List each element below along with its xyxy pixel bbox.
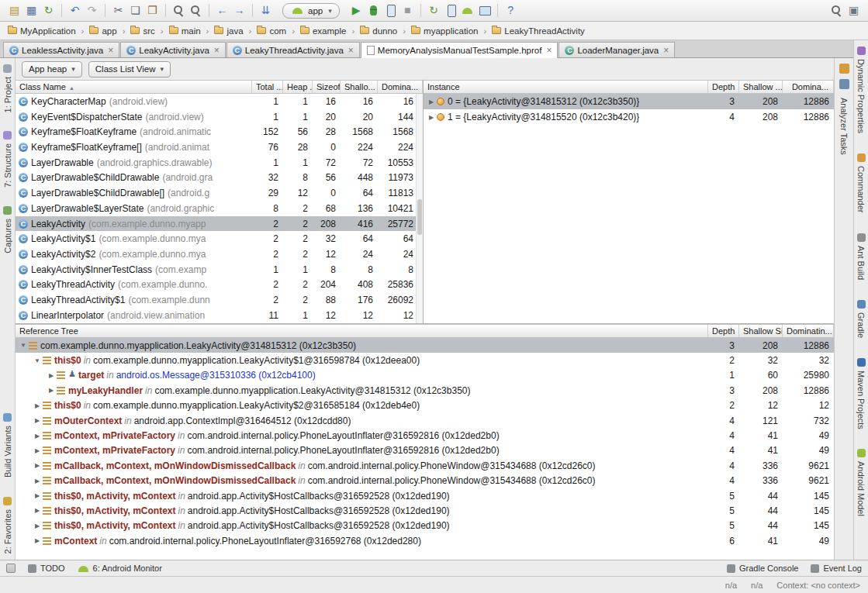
tree-row[interactable]: this$0, mActivity, mContextinandroid.app… [16,519,834,533]
editor-tab[interactable]: LeakyThreadActivity.java [227,42,360,57]
run-config-combo[interactable]: app [282,3,340,19]
copy-icon[interactable]: ❏ [127,3,144,18]
column-shallow[interactable]: Shallo... [341,81,378,93]
expander-icon[interactable] [33,402,42,409]
tree-row[interactable]: mCallback, mContext, mOnWindowDismissedC… [16,474,834,488]
expander-icon[interactable] [19,342,28,349]
attach-debugger-icon[interactable] [382,3,399,18]
instance-row[interactable]: 1 = {LeakyActivity@314815520 (0x12c3b420… [424,109,834,125]
expander-icon[interactable] [427,98,436,105]
class-row[interactable]: LeakyThreadActivity$1(com.example.dunn22… [16,292,423,308]
expander-icon[interactable] [33,433,42,440]
close-icon[interactable] [214,47,220,54]
debug-icon[interactable] [365,3,382,18]
breadcrumb-item[interactable]: LeakyThreadActivity [492,26,585,36]
expander-icon[interactable] [33,522,42,529]
expander-icon[interactable] [33,447,42,454]
avd-manager-icon[interactable] [443,3,459,18]
column-dominating[interactable]: Domina... [783,81,834,93]
expander-icon[interactable] [33,357,42,364]
expander-icon[interactable] [33,417,42,424]
gradle-sync-icon[interactable]: ↻ [426,3,442,18]
tool-window-button[interactable]: Dynamic Properties [856,47,866,133]
expander-icon[interactable] [33,478,42,484]
editor-tab[interactable]: LeakyActivity.java [120,42,226,57]
tool-window-button[interactable]: Commander [856,153,866,213]
column-dominating[interactable]: Domina... [378,81,423,93]
replace-icon[interactable] [188,3,204,18]
class-row[interactable]: Keyframe$FloatKeyframe(android.animatic1… [16,124,423,140]
tool-window-button[interactable]: Maven Projects [856,358,866,429]
open-icon[interactable]: ▤ [6,3,22,18]
class-row[interactable]: LayerDrawable$LayerState(android.graphic… [16,201,423,216]
update-project-icon[interactable]: ⇊ [258,3,274,18]
tree-row[interactable]: targetinandroid.os.Message@315310336 (0x… [16,368,834,383]
class-row[interactable]: LayerDrawable$ChildDrawable(android.gra3… [16,171,423,186]
tree-row[interactable]: myLeakyHandlerincom.example.dunno.myappl… [16,383,834,398]
close-icon[interactable] [546,47,552,54]
sdk-manager-icon[interactable] [460,3,475,18]
instance-row[interactable]: 0 = {LeakyActivity@314815312 (0x12c3b350… [424,94,834,109]
column-instance[interactable]: Instance [424,81,708,93]
breadcrumb-item[interactable]: main [169,26,215,36]
breadcrumb-item[interactable]: src [130,26,168,36]
column-shallow[interactable]: Shallow Si... [739,325,783,337]
close-icon[interactable] [663,47,669,54]
close-icon[interactable] [108,47,113,54]
expander-icon[interactable] [427,114,436,121]
analyzer-tasks-label[interactable]: Analyzer Tasks [839,98,849,155]
tool-window-button[interactable]: Captures [3,206,12,253]
help-icon[interactable]: ? [503,3,519,18]
class-row[interactable]: LeakyActivity$2(com.example.dunno.mya221… [16,247,423,262]
tree-row[interactable]: com.example.dunno.myapplication.LeakyAct… [16,338,834,353]
breadcrumb-item[interactable]: dunno [360,26,411,36]
paste-icon[interactable]: ❐ [144,3,161,18]
column-dominating[interactable]: Dominatin... [783,325,834,337]
tree-row[interactable]: this$0incom.example.dunno.myapplication.… [16,353,834,367]
column-shallow[interactable]: Shallow ... [739,81,783,93]
device-monitor-icon[interactable] [476,3,493,18]
class-row[interactable]: LeakyActivity$1(com.example.dunno.mya223… [16,231,423,247]
class-row[interactable]: Keyframe$FloatKeyframe[](android.animat7… [16,140,423,155]
breadcrumb-item[interactable]: example [300,26,360,36]
tool-window-button[interactable]: 6: Android Monitor [78,564,162,573]
breadcrumb-item[interactable]: com [257,26,300,36]
expander-icon[interactable] [33,492,42,499]
sync-icon[interactable]: ↻ [40,3,57,18]
breadcrumb-item[interactable]: myapplication [411,26,492,36]
class-row[interactable]: LayerDrawable$ChildDrawable[](android.g2… [16,185,423,201]
stop-icon[interactable]: ■ [399,3,416,18]
expander-icon[interactable] [47,372,56,379]
tool-window-button[interactable]: Event Log [811,564,862,573]
back-icon[interactable]: ← [214,3,230,18]
toolwindow-layout-icon[interactable]: ▣ [846,3,862,18]
class-row[interactable]: KeyEvent$DispatcherState(android.view)11… [16,109,423,125]
column-heap[interactable]: Heap ... [283,81,313,93]
redo-icon[interactable]: ↷ [84,3,100,18]
column-sizeof[interactable]: Sizeof [313,81,341,93]
tool-window-button[interactable]: Gradle [856,300,866,338]
expander-icon[interactable] [33,507,42,514]
tool-window-button[interactable]: TODO [28,564,65,573]
class-row[interactable]: LeakyActivity(com.example.dunno.myapp222… [16,216,423,232]
editor-tab[interactable]: MemoryAnalysisManualTestSample.hprof [361,42,558,58]
expander-icon[interactable] [33,462,42,469]
class-row[interactable]: LeakyThreadActivity(com.example.dunno.22… [16,278,423,293]
tool-window-button[interactable]: Build Variants [3,413,12,478]
forward-icon[interactable]: → [231,3,247,18]
column-depth[interactable]: Depth [708,81,739,93]
column-depth[interactable]: Depth [708,325,739,337]
analyzer-settings-icon[interactable] [839,79,849,89]
save-all-icon[interactable]: ▦ [23,3,40,18]
tree-row[interactable]: mContextincom.android.internal.policy.Ph… [16,533,834,548]
tree-row[interactable]: mContext, mPrivateFactoryincom.android.i… [16,428,834,443]
editor-tab[interactable]: LoaderManager.java [558,42,675,57]
find-icon[interactable] [171,3,187,18]
undo-icon[interactable]: ↶ [67,3,83,18]
class-row[interactable]: LinearInterpolator(android.view.animatio… [16,308,423,323]
breadcrumb-item[interactable]: app [89,26,130,36]
tool-window-button[interactable]: 7: Structure [3,131,12,188]
expander-icon[interactable] [33,537,42,544]
toolwindow-quick-access-icon[interactable] [6,564,16,573]
column-total[interactable]: Total ... [252,81,283,93]
